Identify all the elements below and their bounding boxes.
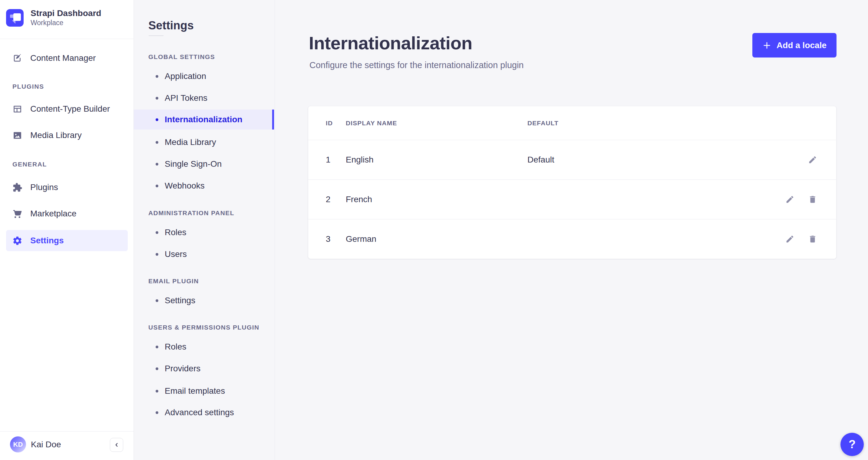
- sidebar-section-plugins: PLUGINS: [12, 83, 44, 90]
- subnav-item-email-settings[interactable]: Settings: [134, 291, 275, 309]
- user-avatar[interactable]: KD: [10, 436, 26, 453]
- locale-id: 2: [308, 195, 346, 204]
- bullet-icon: [156, 411, 158, 414]
- collapse-sidebar-button[interactable]: [110, 438, 123, 452]
- bullet-icon: [156, 346, 158, 348]
- subnav-item-label: Webhooks: [165, 181, 205, 191]
- table-row[interactable]: 2 French: [308, 179, 836, 219]
- locale-default-badge: Default: [527, 155, 757, 165]
- sidebar-item-label: Content Manager: [30, 53, 96, 63]
- subnav-item-webhooks[interactable]: Webhooks: [134, 177, 275, 195]
- subnav-item-internationalization[interactable]: Internationalization: [134, 109, 275, 130]
- sidebar-item-label: Content-Type Builder: [30, 104, 110, 114]
- add-locale-button[interactable]: Add a locale: [752, 33, 837, 58]
- subnav-item-providers[interactable]: Providers: [134, 360, 275, 378]
- column-header-display-name: DISPLAY NAME: [346, 120, 527, 127]
- workspace-name: Workplace: [31, 19, 101, 28]
- pencil-icon: [808, 155, 817, 164]
- subnav-item-label: Roles: [165, 342, 186, 352]
- subnav-item-label: Application: [165, 71, 206, 81]
- subnav-item-application[interactable]: Application: [134, 67, 275, 85]
- subnav-item-admin-users[interactable]: Users: [134, 245, 275, 263]
- subnav-section-email-plugin: EMAIL PLUGIN: [148, 277, 199, 285]
- cart-icon: [12, 209, 22, 219]
- divider: [149, 35, 163, 36]
- locales-table-card: ID DISPLAY NAME DEFAULT 1 English Defaul…: [308, 106, 836, 259]
- bullet-icon: [156, 299, 158, 302]
- sidebar-item-media-library[interactable]: Media Library: [6, 125, 128, 146]
- app-title: Strapi Dashboard: [31, 8, 101, 19]
- active-indicator: [272, 109, 274, 130]
- plus-icon: [762, 41, 771, 50]
- edit-locale-button[interactable]: [781, 191, 798, 208]
- sidebar-section-general: GENERAL: [12, 161, 47, 168]
- main-content: Internationalization Configure the setti…: [275, 0, 868, 460]
- locale-display-name: French: [346, 195, 527, 204]
- subnav-item-advanced-settings[interactable]: Advanced settings: [134, 403, 275, 422]
- page-subtitle: Configure the settings for the internati…: [309, 60, 524, 70]
- sidebar-item-label: Plugins: [30, 183, 58, 192]
- subnav-title: Settings: [148, 19, 194, 32]
- help-button[interactable]: ?: [840, 433, 864, 456]
- subnav-item-single-sign-on[interactable]: Single Sign-On: [134, 155, 275, 173]
- divider: [0, 39, 133, 39]
- subnav-section-administration-panel: ADMINISTRATION PANEL: [148, 209, 234, 217]
- bullet-icon: [156, 231, 158, 234]
- subnav-item-label: API Tokens: [165, 93, 207, 103]
- edit-locale-button[interactable]: [804, 151, 821, 168]
- subnav-item-up-roles[interactable]: Roles: [134, 338, 275, 356]
- subnav-item-label: Settings: [165, 296, 195, 305]
- sidebar-item-content-type-builder[interactable]: Content-Type Builder: [6, 98, 128, 120]
- table-row[interactable]: 3 German: [308, 219, 836, 259]
- table-row[interactable]: 1 English Default: [308, 140, 836, 179]
- divider: [0, 431, 133, 432]
- sidebar-item-marketplace[interactable]: Marketplace: [6, 203, 128, 224]
- subnav-item-label: Users: [165, 250, 187, 259]
- column-header-id: ID: [308, 120, 346, 127]
- bullet-icon: [156, 141, 158, 144]
- picture-icon: [12, 130, 22, 140]
- subnav-item-label: Providers: [165, 364, 200, 373]
- subnav-item-label: Roles: [165, 228, 186, 237]
- layout-icon: [12, 104, 22, 114]
- subnav-item-email-templates[interactable]: Email templates: [134, 382, 275, 400]
- bullet-icon: [156, 390, 158, 393]
- bullet-icon: [156, 75, 158, 78]
- bullet-icon: [156, 118, 158, 121]
- subnav-item-label: Media Library: [165, 137, 216, 147]
- user-name[interactable]: Kai Doe: [31, 436, 61, 453]
- trash-icon: [808, 234, 817, 243]
- feather-square-icon: [12, 53, 22, 63]
- subnav-item-media-library[interactable]: Media Library: [134, 133, 275, 151]
- page-title: Internationalization: [309, 33, 472, 54]
- locale-id: 1: [308, 155, 346, 165]
- subnav-item-label: Advanced settings: [165, 408, 234, 417]
- delete-locale-button[interactable]: [804, 231, 821, 248]
- pencil-icon: [785, 195, 795, 204]
- delete-locale-button[interactable]: [804, 191, 821, 208]
- sidebar-item-content-manager[interactable]: Content Manager: [6, 47, 128, 69]
- sidebar-item-label: Settings: [30, 236, 64, 245]
- subnav-item-label: Internationalization: [165, 115, 243, 124]
- edit-locale-button[interactable]: [781, 231, 798, 248]
- puzzle-icon: [12, 183, 22, 193]
- bullet-icon: [156, 97, 158, 100]
- locale-display-name: German: [346, 234, 527, 244]
- sidebar-item-plugins[interactable]: Plugins: [6, 177, 128, 198]
- trash-icon: [808, 195, 817, 204]
- subnav-section-global-settings: GLOBAL SETTINGS: [148, 53, 215, 61]
- pencil-icon: [785, 234, 795, 243]
- workspace-switcher[interactable]: Strapi Dashboard Workplace: [6, 8, 101, 27]
- bullet-icon: [156, 163, 158, 166]
- chevron-left-icon: [113, 441, 120, 448]
- subnav-item-label: Email templates: [165, 386, 225, 396]
- locale-display-name: English: [346, 155, 527, 165]
- main-sidebar: Strapi Dashboard Workplace Content Manag…: [0, 0, 134, 460]
- subnav-item-admin-roles[interactable]: Roles: [134, 223, 275, 241]
- subnav-item-api-tokens[interactable]: API Tokens: [134, 89, 275, 107]
- subnav-section-users-permissions-plugin: USERS & PERMISSIONS PLUGIN: [148, 324, 259, 331]
- bullet-icon: [156, 185, 158, 187]
- bullet-icon: [156, 253, 158, 256]
- sidebar-item-settings[interactable]: Settings: [6, 230, 128, 251]
- subnav-item-label: Single Sign-On: [165, 159, 222, 169]
